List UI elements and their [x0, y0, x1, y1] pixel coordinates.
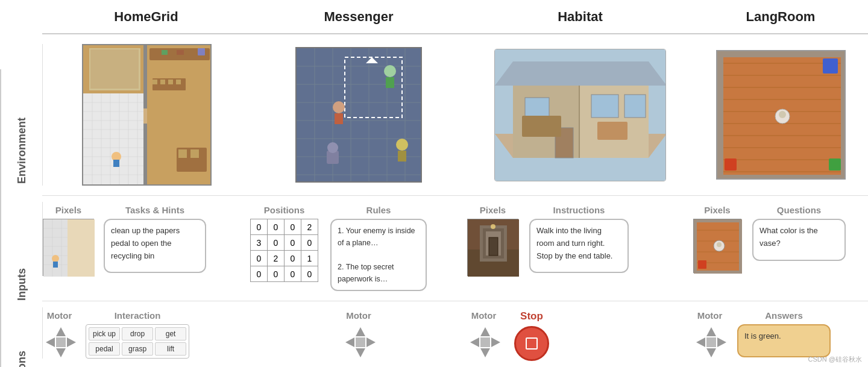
row-environment	[42, 33, 868, 196]
svg-marker-125	[46, 337, 55, 347]
homegrid-pixel-image	[43, 219, 94, 276]
position-cell: 2	[301, 219, 318, 235]
svg-rect-83	[717, 51, 846, 57]
svg-rect-25	[168, 80, 173, 84]
position-cell: 0	[301, 266, 318, 282]
habitat-stop-label: Stop	[520, 310, 543, 322]
homegrid-tasks-box: clean up the papers pedal to open the re…	[104, 219, 206, 273]
habitat-inputs: Pixels	[467, 202, 693, 276]
svg-marker-138	[706, 327, 716, 336]
messenger-env	[250, 47, 467, 183]
position-cell: 0	[301, 235, 318, 251]
svg-rect-118	[739, 219, 742, 274]
stop-icon	[526, 337, 538, 350]
svg-rect-66	[525, 98, 549, 119]
messenger-positions-col: Positions 0002300002010000	[250, 205, 318, 282]
homegrid-tasks-label: Tasks & Hints	[125, 205, 184, 215]
langroom-answers-text: It is green.	[744, 331, 781, 340]
homegrid-pixels-col: Pixels	[43, 205, 94, 276]
svg-rect-26	[176, 80, 181, 84]
svg-rect-28	[113, 160, 119, 167]
svg-point-122	[717, 242, 722, 247]
langroom-answers-label: Answers	[765, 310, 803, 321]
svg-rect-119	[694, 271, 742, 274]
svg-point-51	[384, 65, 396, 77]
btn-get[interactable]: get	[155, 327, 186, 340]
messenger-env-image	[295, 47, 422, 183]
svg-point-53	[333, 101, 345, 113]
svg-marker-141	[717, 337, 726, 347]
btn-pedal[interactable]: pedal	[89, 342, 120, 356]
habitat-env-image	[494, 49, 666, 181]
svg-rect-58	[398, 151, 406, 162]
messenger-motor-col: Motor	[342, 310, 376, 357]
row-inputs: Pixels	[42, 196, 868, 301]
positions-table: 0002300002010000	[250, 219, 318, 282]
svg-marker-65	[495, 61, 666, 86]
homegrid-compass	[43, 324, 76, 357]
row-label-environment: Environment	[0, 69, 42, 232]
svg-rect-68	[624, 95, 646, 118]
langroom-questions-col: Questions What color is the vase?	[752, 205, 846, 261]
svg-rect-87	[823, 58, 838, 74]
svg-rect-85	[841, 51, 846, 180]
btn-pickup[interactable]: pick up	[89, 327, 120, 340]
messenger-inputs: Positions 0002300002010000 Rules 1. Your…	[250, 202, 467, 291]
svg-rect-70	[597, 122, 627, 140]
homegrid-actions: Motor	[42, 307, 250, 359]
svg-marker-140	[696, 337, 705, 347]
position-cell: 2	[268, 251, 285, 266]
col-header-messenger: Messenger	[250, 9, 467, 25]
svg-rect-21	[198, 48, 205, 55]
habitat-stop-button[interactable]	[514, 326, 549, 361]
homegrid-env	[42, 44, 250, 186]
svg-marker-126	[67, 337, 76, 347]
langroom-questions-box: What color is the vase?	[752, 219, 846, 261]
svg-marker-139	[706, 348, 716, 357]
position-cell: 0	[285, 235, 301, 251]
langroom-env-image	[716, 50, 846, 180]
main-container: Environment Inputs Actions HomeGrid Mess…	[0, 0, 868, 367]
svg-marker-135	[470, 337, 479, 347]
homegrid-interaction-label: Interaction	[115, 310, 161, 321]
langroom-motor-col: Motor	[693, 310, 726, 357]
btn-lift[interactable]: lift	[155, 342, 186, 356]
row-label-inputs: Inputs	[0, 232, 42, 337]
habitat-instructions-text: Walk into the living room and turn right…	[536, 226, 612, 260]
langroom-answers-box: It is green.	[737, 324, 831, 357]
langroom-questions-label: Questions	[777, 205, 821, 215]
svg-rect-116	[694, 219, 742, 222]
habitat-pixels-label: Pixels	[480, 205, 506, 215]
svg-rect-86	[717, 175, 846, 180]
messenger-compass	[342, 324, 376, 357]
svg-marker-128	[356, 327, 365, 336]
langroom-actions: Motor Answers It is green.	[693, 307, 868, 357]
svg-point-57	[396, 139, 408, 151]
col-header-homegrid: HomeGrid	[42, 9, 250, 25]
homegrid-tasks-text: clean up the papers pedal to open the re…	[111, 226, 180, 260]
habitat-compass	[467, 324, 500, 357]
messenger-rules-col: Rules 1. Your enemy is inside of a plane…	[330, 205, 427, 291]
svg-rect-1	[83, 93, 146, 186]
svg-rect-137	[480, 337, 490, 347]
homegrid-motor-label: Motor	[47, 310, 72, 321]
svg-rect-71	[522, 116, 561, 137]
svg-point-91	[779, 111, 786, 118]
svg-point-102	[52, 255, 59, 262]
btn-grasp[interactable]: grasp	[122, 342, 153, 356]
svg-rect-30	[178, 149, 187, 158]
habitat-motor-label: Motor	[471, 310, 497, 321]
col-header-langroom: LangRoom	[693, 9, 868, 25]
svg-point-110	[491, 224, 495, 229]
btn-drop[interactable]: drop	[122, 327, 153, 340]
svg-rect-89	[829, 158, 841, 171]
homegrid-pixels-label: Pixels	[55, 205, 81, 215]
langroom-env	[693, 50, 868, 180]
position-cell: 0	[268, 266, 285, 282]
messenger-rules-label: Rules	[366, 205, 391, 215]
position-cell: 0	[285, 266, 301, 282]
col-header-habitat: Habitat	[467, 9, 693, 25]
svg-rect-127	[56, 337, 66, 347]
homegrid-inputs: Pixels	[42, 202, 250, 276]
habitat-pixels-col: Pixels	[467, 205, 518, 276]
